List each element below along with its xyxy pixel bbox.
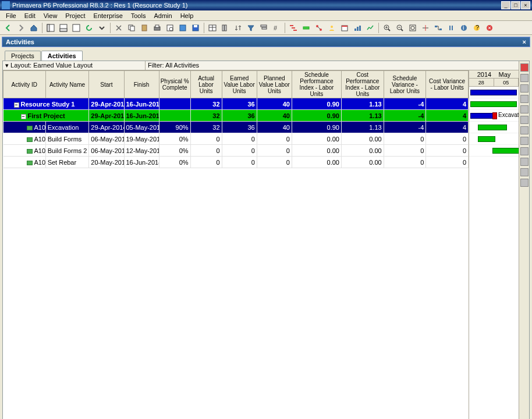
col-sv[interactable]: Schedule Variance - Labor Units: [384, 71, 426, 98]
preview-button[interactable]: [164, 22, 176, 34]
col-physical-pct[interactable]: Physical % Complete: [159, 71, 190, 98]
menu-bar: File Edit View Project Enterprise Tools …: [0, 10, 532, 21]
publish-button[interactable]: [177, 22, 189, 34]
table-row[interactable]: A1000Excavation29-Apr-2014 A05-May-20149…: [3, 122, 469, 133]
forward-button[interactable]: [15, 22, 27, 34]
side-delete-icon[interactable]: [520, 84, 529, 93]
view2-button[interactable]: [58, 22, 69, 34]
pause-button[interactable]: [445, 22, 457, 34]
tab-activities[interactable]: Activities: [41, 51, 83, 61]
svg-rect-23: [290, 25, 293, 26]
side-successors-icon[interactable]: [520, 168, 529, 176]
activity-icon: [27, 149, 33, 154]
table-button[interactable]: [207, 22, 218, 34]
svg-point-44: [411, 26, 414, 30]
svg-rect-25: [293, 30, 297, 31]
view1-button[interactable]: [45, 22, 56, 34]
maximize-button[interactable]: □: [511, 1, 520, 9]
zoom-in-button[interactable]: [381, 22, 393, 34]
svg-rect-20: [261, 25, 267, 27]
exit-button[interactable]: [484, 22, 495, 34]
col-actual-labor[interactable]: Actual Labor Units: [190, 71, 222, 98]
table-row[interactable]: −First Project29-Apr-2014 A16-Jun-201432…: [3, 110, 469, 122]
col-planned-value[interactable]: Planned Value Labor Units: [257, 71, 292, 98]
side-toolbar: [519, 61, 529, 419]
side-cut-icon[interactable]: [520, 95, 529, 103]
relationships-button[interactable]: [432, 22, 444, 34]
schedule-button[interactable]: [339, 22, 350, 34]
print-button[interactable]: [151, 22, 163, 34]
side-steps-icon[interactable]: [520, 179, 529, 187]
gantt-button[interactable]: [288, 22, 299, 34]
col-cv[interactable]: Cost Variance - Labor Units: [426, 71, 469, 98]
dropdown-button[interactable]: [96, 22, 108, 34]
chart-button[interactable]: [364, 22, 376, 34]
col-earned-value[interactable]: Earned Value Labor Units: [222, 71, 257, 98]
side-resources-icon[interactable]: [520, 126, 529, 134]
table-row[interactable]: A1020Set Rebar20-May-201416-Jun-20140%00…: [3, 157, 469, 168]
svg-line-29: [318, 27, 320, 29]
side-codes-icon[interactable]: [520, 147, 529, 155]
home-button[interactable]: [28, 22, 40, 34]
activity-button[interactable]: [300, 22, 312, 34]
paste-button[interactable]: [139, 22, 150, 34]
side-close-icon[interactable]: [520, 63, 529, 72]
cut-button[interactable]: [113, 22, 125, 34]
filter-button[interactable]: [245, 22, 257, 34]
col-spi[interactable]: Schedule Performance Index - Labor Units: [292, 71, 341, 98]
zoom-out-button[interactable]: [394, 22, 406, 34]
save-button[interactable]: [190, 22, 201, 34]
svg-rect-14: [194, 25, 197, 27]
menu-help[interactable]: Help: [177, 12, 197, 20]
view3-button[interactable]: [70, 22, 82, 34]
side-predecessors-icon[interactable]: [520, 158, 529, 166]
help-button[interactable]: ?: [471, 22, 483, 34]
filter-name[interactable]: Filter: All Activities: [146, 61, 519, 70]
col-finish[interactable]: Finish: [124, 71, 159, 98]
table-row[interactable]: A1015Build Forms 206-May-201412-May-2014…: [3, 145, 469, 157]
work-area: ▾ Layout: Earned Value Layout Filter: Al…: [2, 61, 530, 419]
col-cpi[interactable]: Cost Performance Index - Labor Units: [342, 71, 384, 98]
svg-rect-18: [222, 25, 224, 31]
columns-button[interactable]: [219, 22, 231, 34]
minimize-button[interactable]: _: [501, 1, 510, 9]
resource-button[interactable]: [326, 22, 338, 34]
menu-admin[interactable]: Admin: [150, 12, 175, 20]
side-roles-icon[interactable]: [520, 137, 529, 145]
number-button[interactable]: #: [271, 22, 282, 34]
gantt-chart[interactable]: 2014 May 2805 Excavation: [469, 70, 519, 419]
trace-button[interactable]: [313, 22, 325, 34]
tab-projects[interactable]: Projects: [5, 51, 41, 61]
menu-enterprise[interactable]: Enterprise: [90, 12, 126, 20]
copy-button[interactable]: [126, 22, 137, 34]
side-copy-icon[interactable]: [520, 105, 529, 113]
menu-file[interactable]: File: [2, 12, 20, 20]
panel-close-icon[interactable]: ×: [523, 38, 526, 45]
menu-edit[interactable]: Edit: [21, 12, 39, 20]
side-paste-icon[interactable]: [520, 116, 529, 124]
col-activity-name[interactable]: Activity Name: [45, 71, 89, 98]
menu-project[interactable]: Project: [62, 12, 88, 20]
svg-rect-26: [303, 27, 309, 29]
back-button[interactable]: [2, 22, 14, 34]
table-row[interactable]: −Resource Study 129-Apr-2014 A16-Jun-201…: [3, 98, 469, 110]
side-add-icon[interactable]: [520, 74, 529, 82]
fit-button[interactable]: [407, 22, 418, 34]
menu-view[interactable]: View: [40, 12, 61, 20]
sort-button[interactable]: [232, 22, 244, 34]
col-activity-id[interactable]: Activity ID: [3, 71, 46, 98]
progress-button[interactable]: [420, 22, 431, 34]
group-button[interactable]: [258, 22, 269, 34]
expand-icon[interactable]: −: [21, 114, 26, 119]
level-button[interactable]: [352, 22, 363, 34]
svg-rect-4: [73, 24, 80, 31]
col-start[interactable]: Start: [89, 71, 124, 98]
expand-icon[interactable]: −: [14, 102, 19, 108]
info-button[interactable]: i: [458, 22, 470, 34]
refresh-button[interactable]: [83, 22, 95, 34]
table-row[interactable]: A1010Build Forms06-May-201419-May-20140%…: [3, 133, 469, 145]
close-button[interactable]: ×: [521, 1, 530, 9]
svg-rect-50: [452, 26, 453, 30]
menu-tools[interactable]: Tools: [127, 12, 150, 20]
layout-name[interactable]: ▾ Layout: Earned Value Layout: [3, 61, 146, 70]
